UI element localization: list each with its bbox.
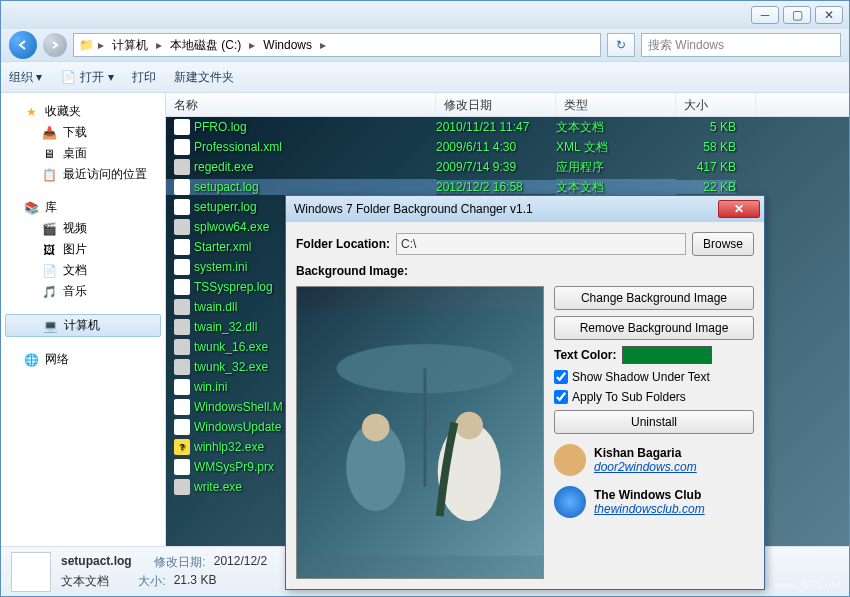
background-image-label: Background Image:: [296, 264, 408, 278]
breadcrumb-folder[interactable]: Windows: [259, 36, 316, 54]
file-row[interactable]: Professional.xml2009/6/11 4:30XML 文档58 K…: [166, 137, 849, 157]
club-link[interactable]: thewindowsclub.com: [594, 502, 705, 516]
folder-location-input[interactable]: [396, 233, 686, 255]
chevron-right-icon: ▸: [318, 38, 328, 52]
file-icon: [174, 299, 190, 315]
back-button[interactable]: [9, 31, 37, 59]
new-folder-button[interactable]: 新建文件夹: [174, 69, 234, 86]
sidebar-label: 计算机: [64, 317, 100, 334]
svg-point-6: [455, 412, 483, 440]
sidebar-item-computer[interactable]: 💻计算机: [5, 314, 161, 337]
sidebar-item-documents[interactable]: 📄文档: [1, 260, 165, 281]
status-date: 2012/12/2: [214, 554, 267, 571]
search-placeholder: 搜索 Windows: [648, 37, 724, 54]
sidebar-item-recent[interactable]: 📋最近访问的位置: [1, 164, 165, 185]
file-name: WindowsShell.M: [194, 400, 283, 414]
file-row[interactable]: PFRO.log2010/11/21 11:47文本文档5 KB: [166, 117, 849, 137]
subfolders-checkbox[interactable]: [554, 390, 568, 404]
file-date: 2012/12/2 16:58: [436, 180, 556, 194]
breadcrumb-computer[interactable]: 计算机: [108, 35, 152, 56]
dialog-titlebar[interactable]: Windows 7 Folder Background Changer v1.1…: [286, 196, 764, 222]
maximize-button[interactable]: ▢: [783, 6, 811, 24]
author-link[interactable]: door2windows.com: [594, 460, 697, 474]
print-button[interactable]: 打印: [132, 69, 156, 86]
desktop-icon: 🖥: [41, 146, 57, 162]
file-name: write.exe: [194, 480, 242, 494]
picture-icon: 🖼: [41, 242, 57, 258]
file-name: WindowsUpdate: [194, 420, 281, 434]
sidebar-item-network[interactable]: 🌐网络: [1, 349, 165, 370]
status-date-label: 修改日期:: [154, 554, 205, 571]
chevron-right-icon: ▸: [247, 38, 257, 52]
file-icon: [174, 139, 190, 155]
sidebar-item-desktop[interactable]: 🖥桌面: [1, 143, 165, 164]
club-name: The Windows Club: [594, 488, 705, 502]
libraries-header[interactable]: 📚库: [1, 197, 165, 218]
refresh-button[interactable]: ↻: [607, 33, 635, 57]
file-icon: ?: [174, 439, 190, 455]
window-titlebar: ─ ▢ ✕: [1, 1, 849, 29]
file-size: 5 KB: [676, 120, 736, 134]
sidebar-label: 文档: [63, 262, 87, 279]
toolbar: 组织 ▾ 📄打开 ▾ 打印 新建文件夹: [1, 61, 849, 93]
sidebar-item-downloads[interactable]: 📥下载: [1, 122, 165, 143]
file-icon: [174, 159, 190, 175]
status-filetype: 文本文档: [61, 573, 109, 590]
sidebar-item-music[interactable]: 🎵音乐: [1, 281, 165, 302]
network-icon: 🌐: [23, 352, 39, 368]
file-icon: [174, 479, 190, 495]
organize-button[interactable]: 组织 ▾: [9, 69, 42, 86]
sidebar-label: 视频: [63, 220, 87, 237]
open-label: 打开 ▾: [80, 69, 113, 86]
author-avatar: [554, 444, 586, 476]
column-name[interactable]: 名称: [166, 93, 436, 116]
dialog-close-button[interactable]: ✕: [718, 200, 760, 218]
file-size: 22 KB: [676, 180, 736, 194]
minimize-button[interactable]: ─: [751, 6, 779, 24]
star-icon: ★: [23, 104, 39, 120]
sidebar-item-pictures[interactable]: 🖼图片: [1, 239, 165, 260]
column-size[interactable]: 大小: [676, 93, 756, 116]
text-color-swatch[interactable]: [622, 346, 712, 364]
address-bar[interactable]: 📁 ▸ 计算机 ▸ 本地磁盘 (C:) ▸ Windows ▸: [73, 33, 601, 57]
file-type: 应用程序: [556, 159, 676, 176]
search-input[interactable]: 搜索 Windows: [641, 33, 841, 57]
file-name: Starter.xml: [194, 240, 251, 254]
breadcrumb-drive[interactable]: 本地磁盘 (C:): [166, 35, 245, 56]
column-date[interactable]: 修改日期: [436, 93, 556, 116]
preview-image: [297, 287, 543, 578]
file-name: PFRO.log: [194, 120, 247, 134]
column-type[interactable]: 类型: [556, 93, 676, 116]
remove-bg-button[interactable]: Remove Background Image: [554, 316, 754, 340]
file-icon: [174, 379, 190, 395]
sidebar-item-videos[interactable]: 🎬视频: [1, 218, 165, 239]
file-icon: [174, 419, 190, 435]
close-button[interactable]: ✕: [815, 6, 843, 24]
sidebar-label: 网络: [45, 351, 69, 368]
status-size-label: 大小:: [138, 573, 165, 590]
browse-button[interactable]: Browse: [692, 232, 754, 256]
text-color-label: Text Color:: [554, 348, 616, 362]
forward-button[interactable]: [43, 33, 67, 57]
download-icon: 📥: [41, 125, 57, 141]
music-icon: 🎵: [41, 284, 57, 300]
file-icon: [174, 239, 190, 255]
file-row[interactable]: regedit.exe2009/7/14 9:39应用程序417 KB: [166, 157, 849, 177]
shadow-checkbox[interactable]: [554, 370, 568, 384]
file-name: splwow64.exe: [194, 220, 269, 234]
change-bg-button[interactable]: Change Background Image: [554, 286, 754, 310]
column-headers: 名称 修改日期 类型 大小: [166, 93, 849, 117]
open-button[interactable]: 📄打开 ▾: [60, 69, 113, 86]
sidebar-label: 桌面: [63, 145, 87, 162]
folder-bg-changer-dialog: Windows 7 Folder Background Changer v1.1…: [285, 195, 765, 590]
file-name: winhlp32.exe: [194, 440, 264, 454]
file-icon: [174, 259, 190, 275]
windows-logo-icon: [554, 486, 586, 518]
favorites-header[interactable]: ★收藏夹: [1, 101, 165, 122]
uninstall-button[interactable]: Uninstall: [554, 410, 754, 434]
file-row[interactable]: setupact.log2012/12/2 16:58文本文档22 KB: [166, 177, 849, 197]
sidebar-label: 最近访问的位置: [63, 166, 147, 183]
file-name: twain_32.dll: [194, 320, 257, 334]
file-name: setuperr.log: [194, 200, 257, 214]
file-type: XML 文档: [556, 139, 676, 156]
